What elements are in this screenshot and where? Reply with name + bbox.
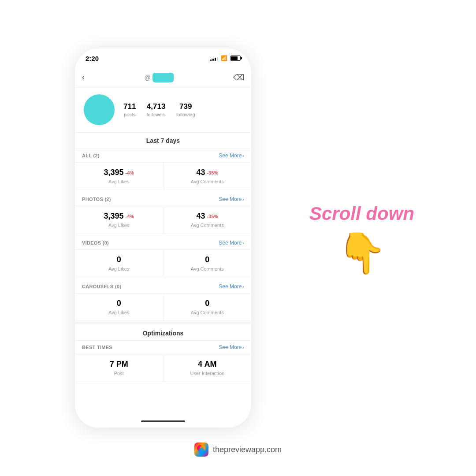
signal-bar-3 (215, 58, 216, 61)
signal-bar-4 (217, 57, 218, 61)
following-label: following (176, 112, 195, 117)
best-times-see-more[interactable]: See More › (219, 344, 244, 350)
photos-avg-likes: 3,395 -4% Avg Likes (75, 206, 164, 233)
signal-bar-1 (210, 60, 212, 61)
home-bar (141, 420, 185, 422)
videos-see-more[interactable]: See More › (219, 240, 244, 246)
post-time-cell: 7 PM Post (75, 354, 164, 381)
all-likes-label: Avg Likes (108, 179, 130, 184)
chevron-right-icon: › (242, 345, 244, 350)
page-container: 2:20 📶 ‹ @ (0, 0, 476, 476)
all-section: ALL (2) See More › 3,395 -4% Avg Li (75, 149, 251, 190)
status-bar: 2:20 📶 (75, 48, 251, 68)
status-icons: 📶 (210, 55, 241, 61)
back-button[interactable]: ‹ (82, 73, 85, 82)
photos-section: PHOTOS (2) See More › 3,395 -4% Avg (75, 193, 251, 234)
carousels-title: CAROUSELS (0) (82, 284, 121, 289)
post-time-label: Post (114, 371, 124, 376)
at-symbol: @ (144, 74, 150, 81)
photos-likes-pct: -4% (125, 214, 134, 219)
videos-avg-likes: 0 Avg Likes (75, 250, 164, 277)
photos-section-header: PHOTOS (2) See More › (75, 193, 251, 206)
home-indicator (75, 415, 251, 428)
carousels-comments-value: 0 (205, 299, 209, 308)
username-container: @ (144, 73, 173, 82)
app-screen: ‹ @ ⌫ 711 posts (75, 68, 251, 428)
username-pill (152, 73, 174, 82)
videos-likes-label: Avg Likes (108, 266, 130, 271)
battery-fill (231, 56, 238, 60)
photos-likes-label: Avg Likes (108, 223, 130, 228)
all-see-more[interactable]: See More › (219, 152, 244, 159)
period-title: Last 7 days (75, 133, 251, 149)
followers-label: followers (146, 112, 165, 117)
profile-stats: 711 posts 4,713 followers 739 following (123, 102, 242, 117)
best-times-title: BEST TIMES (82, 345, 112, 350)
interaction-time-value: 4 AM (198, 360, 216, 369)
videos-stats-row: 0 Avg Likes 0 Avg Comments (75, 250, 251, 277)
all-stats-row: 3,395 -4% Avg Likes 43 -35% Avg Comments (75, 163, 251, 190)
all-section-header: ALL (2) See More › (75, 149, 251, 163)
avatar (84, 94, 115, 125)
carousels-comments-label: Avg Comments (191, 310, 224, 315)
chevron-right-icon: › (242, 153, 244, 158)
right-panel: Scroll down 👇 (309, 203, 414, 273)
chevron-right-icon: › (242, 284, 244, 289)
all-avg-comments: 43 -35% Avg Comments (164, 163, 252, 190)
posts-stat: 711 posts (123, 102, 136, 117)
all-likes-pct: -4% (125, 170, 134, 175)
battery-icon (230, 56, 241, 61)
signal-bar-2 (212, 59, 214, 61)
followers-count: 4,713 (147, 102, 166, 111)
hand-emoji: 👇 (337, 233, 387, 273)
wifi-icon: 📶 (221, 55, 227, 61)
post-time-value: 7 PM (110, 360, 128, 369)
photos-likes-value: 3,395 -4% (104, 212, 134, 221)
all-comments-label: Avg Comments (191, 179, 224, 184)
photos-see-more[interactable]: See More › (219, 196, 244, 202)
all-likes-value: 3,395 -4% (104, 168, 134, 177)
posts-count: 711 (123, 102, 136, 111)
following-stat: 739 following (176, 102, 195, 117)
videos-likes-value: 0 (117, 255, 121, 264)
carousels-section-header: CAROUSELS (0) See More › (75, 280, 251, 294)
all-avg-likes: 3,395 -4% Avg Likes (75, 163, 164, 190)
brand-logo-icon (197, 445, 206, 454)
bookmark-icon[interactable]: ⌫ (233, 73, 244, 82)
best-times-header: BEST TIMES See More › (75, 341, 251, 354)
scroll-content[interactable]: Last 7 days ALL (2) See More › 3,395 (75, 133, 251, 415)
carousels-section: CAROUSELS (0) See More › 0 Avg Likes (75, 280, 251, 321)
signal-icon (210, 56, 218, 61)
svg-point-2 (198, 448, 205, 454)
followers-stat: 4,713 followers (146, 102, 165, 117)
branding: thepreviewapp.com (194, 443, 282, 457)
optimizations-title: Optimizations (75, 322, 251, 341)
carousels-likes-value: 0 (117, 299, 121, 308)
phone-frame: 2:20 📶 ‹ @ (75, 48, 251, 428)
carousels-avg-comments: 0 Avg Comments (164, 294, 252, 320)
carousels-see-more[interactable]: See More › (219, 283, 244, 290)
username-text (159, 74, 167, 81)
posts-label: posts (124, 112, 135, 117)
photos-avg-comments: 43 -35% Avg Comments (164, 206, 252, 233)
photos-title: PHOTOS (2) (82, 197, 111, 202)
videos-comments-label: Avg Comments (191, 266, 224, 271)
carousels-likes-label: Avg Likes (108, 310, 130, 315)
all-title: ALL (2) (82, 153, 100, 158)
best-times-section: BEST TIMES See More › 7 PM Post 4 AM (75, 341, 251, 382)
photos-comments-label: Avg Comments (191, 223, 224, 228)
videos-section-header: VIDEOS (0) See More › (75, 236, 251, 250)
nav-bar: ‹ @ ⌫ (75, 68, 251, 87)
carousels-avg-likes: 0 Avg Likes (75, 294, 164, 320)
photos-comments-value: 43 -35% (196, 212, 218, 221)
videos-title: VIDEOS (0) (82, 240, 109, 245)
photos-stats-row: 3,395 -4% Avg Likes 43 -35% Avg Comments (75, 206, 251, 234)
status-time: 2:20 (86, 55, 99, 62)
photos-comments-pct: -35% (207, 214, 218, 219)
videos-section: VIDEOS (0) See More › 0 Avg Likes (75, 236, 251, 277)
brand-logo (194, 443, 208, 457)
chevron-right-icon: › (242, 240, 244, 245)
following-count: 739 (179, 102, 192, 111)
all-comments-pct: -35% (207, 170, 218, 175)
chevron-right-icon: › (242, 197, 244, 202)
